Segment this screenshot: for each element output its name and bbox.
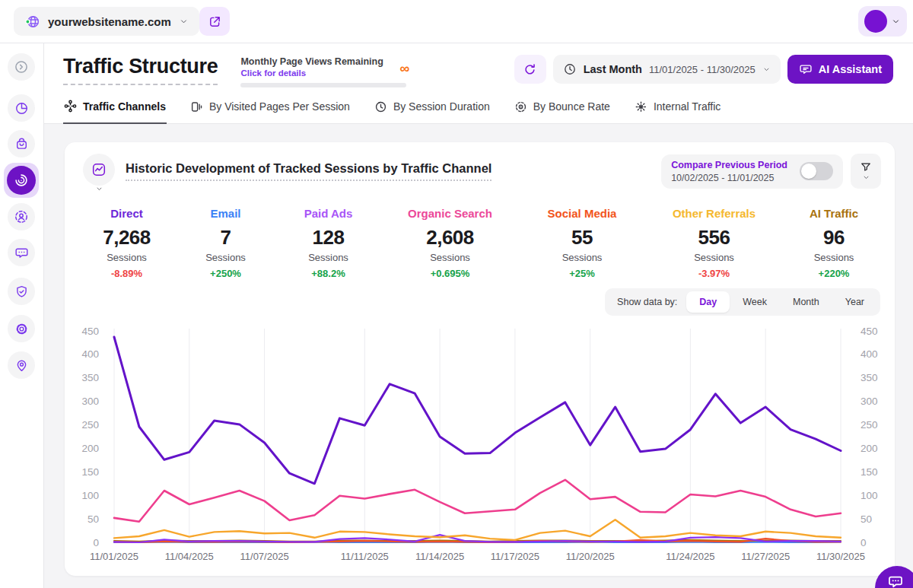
tab-traffic-channels[interactable]: Traffic Channels — [63, 100, 167, 124]
stat-ai-traffic[interactable]: AI Traffic96Sessions+220% — [781, 207, 887, 279]
compare-previous-period: Compare Previous Period 10/02/2025 - 11/… — [661, 154, 843, 189]
quota-details-link[interactable]: Click for details — [240, 68, 406, 78]
refresh-icon — [523, 62, 537, 77]
chart-type-chip[interactable] — [83, 154, 115, 186]
sidebar-item-collapse-arrow[interactable] — [8, 53, 35, 81]
top-bar: yourwebsitename.com — [0, 0, 913, 43]
svg-text:11/17/2025: 11/17/2025 — [491, 551, 539, 562]
svg-text:350: 350 — [861, 372, 878, 383]
share-nodes-icon — [64, 100, 77, 113]
globe-icon — [24, 14, 40, 30]
collapse-arrow-icon — [14, 59, 29, 75]
stat-label: Paid Ads — [273, 207, 383, 220]
date-range-picker[interactable]: Last Month 11/01/2025 - 11/30/2025 — [553, 55, 781, 84]
svg-text:400: 400 — [81, 348, 99, 360]
filter-button[interactable] — [851, 154, 881, 189]
stat-delta: +0.695% — [383, 268, 517, 279]
granularity-options: DayWeekMonthYear — [686, 291, 877, 313]
refresh-button[interactable] — [514, 55, 546, 84]
granularity-option-month[interactable]: Month — [780, 291, 832, 313]
svg-text:50: 50 — [861, 513, 872, 525]
tab-label: By Bounce Rate — [533, 100, 610, 113]
tab-internal-traffic[interactable]: Internal Traffic — [634, 100, 721, 123]
website-selector[interactable]: yourwebsitename.com — [14, 7, 199, 36]
svg-text:100: 100 — [861, 490, 878, 501]
internal-traffic-icon — [635, 100, 647, 113]
sessions-card: Historic Development of Tracked Sessions… — [65, 142, 895, 576]
stat-delta: +25% — [517, 268, 647, 279]
card-title: Historic Development of Tracked Sessions… — [126, 161, 491, 181]
stat-value: 7,268 — [75, 226, 178, 250]
sidebar-item-shield-check[interactable] — [8, 278, 35, 305]
sessions-chart-svg: 11/01/202511/04/202511/07/202511/11/2025… — [65, 319, 895, 571]
sidebar-item-user-scan[interactable] — [8, 203, 35, 230]
compare-range: 10/02/2025 - 11/01/2025 — [671, 173, 787, 183]
period-range: 11/01/2025 - 11/30/2025 — [649, 64, 756, 75]
stat-value: 96 — [781, 226, 887, 250]
svg-text:11/20/2025: 11/20/2025 — [566, 551, 615, 562]
sidebar-item-map-pin[interactable] — [8, 351, 35, 379]
svg-text:350: 350 — [81, 372, 99, 383]
chevron-down-icon — [95, 185, 103, 193]
stat-label: Organic Search — [383, 207, 517, 220]
tab-by-session-duration[interactable]: By Session Duration — [374, 100, 491, 123]
svg-text:200: 200 — [81, 443, 99, 454]
stat-paid-ads[interactable]: Paid Ads128Sessions+88.2% — [273, 207, 383, 279]
stat-value: 2,608 — [383, 226, 517, 250]
granularity-option-week[interactable]: Week — [730, 291, 780, 313]
svg-text:450: 450 — [81, 326, 99, 337]
stat-other-referrals[interactable]: Other Referrals556Sessions-3.97% — [647, 207, 781, 279]
granularity-option-year[interactable]: Year — [832, 291, 877, 313]
compare-toggle[interactable] — [800, 162, 833, 180]
clock-icon — [563, 62, 577, 76]
stat-social-media[interactable]: Social Media55Sessions+25% — [517, 207, 647, 279]
sidebar-item-shopping-bag[interactable] — [8, 130, 35, 157]
svg-text:11/14/2025: 11/14/2025 — [415, 551, 464, 562]
granularity-switcher: Show data by: DayWeekMonthYear — [605, 288, 880, 316]
user-menu[interactable] — [858, 6, 907, 37]
open-website-button[interactable] — [199, 7, 230, 36]
main-area: Traffic Structure Monthly Page Views Rem… — [43, 43, 913, 588]
stat-direct[interactable]: Direct7,268Sessions-8.89% — [75, 207, 178, 279]
external-link-icon — [208, 14, 222, 29]
sidebar-item-pie-chart[interactable] — [8, 94, 35, 122]
quota-progress-bar — [240, 83, 406, 87]
columns-icon — [190, 100, 203, 113]
tab-label: By Visited Pages Per Session — [209, 100, 350, 113]
sidebar-item-chat-dots[interactable] — [8, 239, 35, 266]
svg-text:450: 450 — [861, 326, 878, 337]
stat-sub: Sessions — [75, 252, 178, 263]
tab-by-bounce-rate[interactable]: By Bounce Rate — [514, 100, 611, 123]
stat-email[interactable]: Email7Sessions+250% — [178, 207, 273, 279]
granularity-option-day[interactable]: Day — [686, 291, 730, 313]
session-duration-icon — [374, 100, 387, 113]
pageviews-quota: Monthly Page Views Remaining Click for d… — [240, 56, 406, 87]
report-tabs: Traffic ChannelsBy Visited Pages Per Ses… — [63, 100, 893, 123]
gear-icon — [14, 322, 29, 336]
avatar — [864, 10, 887, 33]
svg-text:150: 150 — [861, 466, 878, 478]
stat-delta: +220% — [781, 268, 887, 279]
svg-text:0: 0 — [93, 537, 99, 548]
ai-assistant-button[interactable]: AI Assistant — [787, 55, 893, 84]
user-scan-icon — [14, 209, 29, 224]
stat-delta: +250% — [178, 268, 273, 279]
stat-delta: +88.2% — [273, 268, 383, 279]
svg-text:11/04/2025: 11/04/2025 — [165, 551, 214, 562]
tab-by-visited-pages-per-session[interactable]: By Visited Pages Per Session — [189, 100, 351, 123]
sidebar-item-active[interactable] — [4, 163, 39, 198]
infinity-value: ∞ — [400, 62, 410, 75]
granularity-label: Show data by: — [617, 297, 677, 307]
stat-label: Email — [178, 207, 273, 220]
sidebar-item-gear[interactable] — [8, 315, 35, 342]
svg-text:11/24/2025: 11/24/2025 — [666, 551, 714, 562]
stat-delta: -3.97% — [647, 268, 781, 279]
svg-text:400: 400 — [861, 348, 878, 360]
stat-value: 128 — [273, 226, 383, 250]
app-root: yourwebsitename.com Traffic Str — [0, 0, 913, 588]
stat-sub: Sessions — [273, 252, 383, 263]
funnel-icon — [860, 161, 872, 173]
stat-sub: Sessions — [383, 252, 517, 263]
stat-organic-search[interactable]: Organic Search2,608Sessions+0.695% — [383, 207, 517, 279]
svg-text:50: 50 — [87, 513, 99, 525]
